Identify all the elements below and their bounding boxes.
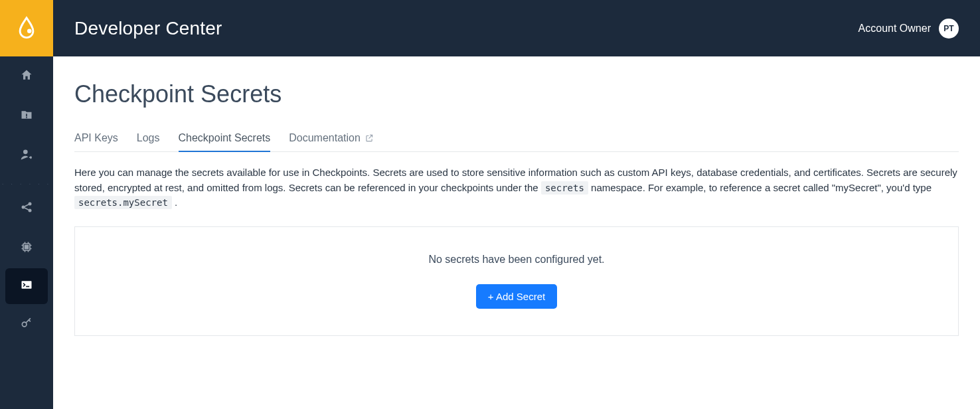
- description-code-1: secrets: [541, 181, 588, 195]
- share-icon: [20, 201, 33, 216]
- chip-icon: [20, 240, 33, 256]
- external-link-icon: [365, 133, 374, 143]
- user-arrow-icon: [20, 148, 33, 164]
- sidebar-item-developer[interactable]: [5, 268, 48, 304]
- tab-label: API Keys: [74, 132, 118, 144]
- sidebar-item-user[interactable]: [0, 136, 53, 176]
- description-text-2: namespace. For example, to reference a s…: [591, 182, 932, 193]
- topbar: Developer Center Account Owner PT: [53, 0, 980, 56]
- tab-label: Checkpoint Secrets: [179, 132, 271, 144]
- sidebar-item-module[interactable]: [0, 228, 53, 268]
- home-icon: [20, 68, 33, 84]
- description-text-3: .: [175, 197, 177, 208]
- tab-label: Documentation: [289, 132, 361, 144]
- svg-point-3: [23, 150, 28, 155]
- tabs: API Keys Logs Checkpoint Secrets Documen…: [74, 132, 959, 152]
- tab-checkpoint-secrets[interactable]: Checkpoint Secrets: [179, 132, 271, 152]
- tab-documentation[interactable]: Documentation: [289, 132, 374, 152]
- brand-logo[interactable]: [0, 0, 53, 56]
- svg-point-5: [29, 203, 32, 206]
- svg-point-4: [22, 206, 25, 209]
- sidebar-divider: . . . . . .: [0, 176, 53, 189]
- svg-point-0: [27, 29, 32, 33]
- tab-label: Logs: [137, 132, 160, 144]
- sidebar: . . . . . .: [0, 0, 53, 409]
- add-secret-button[interactable]: + Add Secret: [476, 284, 557, 309]
- svg-rect-8: [25, 246, 29, 249]
- terminal-icon: [20, 278, 33, 294]
- page-title: Checkpoint Secrets: [74, 80, 959, 108]
- sidebar-item-share[interactable]: [0, 189, 53, 228]
- svg-rect-9: [22, 281, 32, 289]
- svg-point-10: [22, 322, 27, 327]
- sidebar-item-folder[interactable]: [0, 96, 53, 136]
- svg-point-6: [29, 209, 32, 212]
- sidebar-item-keys[interactable]: [0, 304, 53, 344]
- svg-rect-1: [26, 114, 27, 116]
- avatar[interactable]: PT: [939, 19, 959, 39]
- svg-rect-2: [26, 117, 27, 118]
- description-code-2: secrets.mySecret: [74, 196, 172, 209]
- key-icon: [20, 316, 33, 332]
- account-label: Account Owner: [858, 23, 931, 35]
- tab-api-keys[interactable]: API Keys: [74, 132, 118, 152]
- sidebar-item-home[interactable]: [0, 56, 53, 96]
- folder-alert-icon: [20, 108, 33, 124]
- topbar-right: Account Owner PT: [858, 19, 959, 39]
- app-title: Developer Center: [74, 18, 222, 39]
- tab-logs[interactable]: Logs: [137, 132, 160, 152]
- main-column: Developer Center Account Owner PT Checkp…: [53, 0, 980, 409]
- description: Here you can manage the secrets availabl…: [74, 165, 959, 210]
- drop-icon: [15, 16, 38, 41]
- content: Checkpoint Secrets API Keys Logs Checkpo…: [53, 56, 980, 409]
- empty-state-message: No secrets have been configured yet.: [428, 254, 604, 266]
- secrets-panel: No secrets have been configured yet. + A…: [74, 226, 959, 336]
